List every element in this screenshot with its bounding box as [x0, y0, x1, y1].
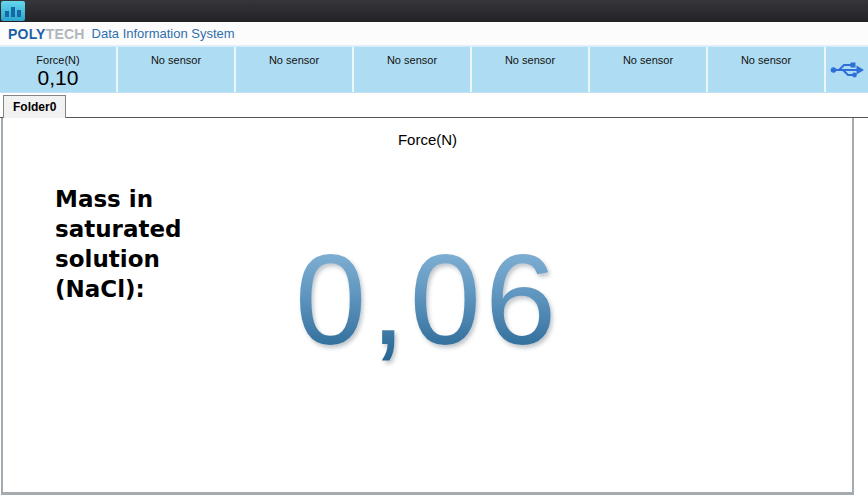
sensor-channel-6[interactable]: No sensor: [590, 47, 708, 92]
app-logo-button[interactable]: [1, 1, 25, 21]
sensor-channel-value: 0,10: [0, 66, 116, 90]
sensor-channel-label: No sensor: [472, 54, 588, 66]
sensor-channel-4[interactable]: No sensor: [354, 47, 472, 92]
sensor-channel-7[interactable]: No sensor: [708, 47, 826, 92]
brand-logo: POLYTECH: [8, 26, 85, 42]
sensor-channel-label: No sensor: [354, 54, 470, 66]
brand-primary-text: POLY: [8, 26, 46, 42]
sensor-channel-label: Force(N): [0, 54, 116, 66]
display-panel: Force(N) Mass in saturated solution (NaC…: [1, 118, 854, 495]
sensor-channel-label: No sensor: [118, 54, 234, 66]
sensor-channel-5[interactable]: No sensor: [472, 47, 590, 92]
sensor-channel-label: No sensor: [236, 54, 352, 66]
bar-chart-icon: [4, 4, 22, 18]
brand-secondary-text: TECH: [46, 26, 85, 42]
sensor-channel-2[interactable]: No sensor: [118, 47, 236, 92]
sensor-reading-value: 0,06: [3, 230, 852, 371]
display-title: Force(N): [3, 131, 852, 148]
tab-bar: Folder0: [0, 93, 868, 117]
app-header: POLYTECH Data Information System: [0, 22, 868, 46]
usb-icon: [830, 59, 864, 81]
usb-status-button[interactable]: [826, 47, 868, 92]
sensor-channel-label: No sensor: [590, 54, 706, 66]
tab-folder0[interactable]: Folder0: [3, 95, 66, 118]
window-titlebar: [0, 0, 868, 22]
sensor-channel-label: No sensor: [708, 54, 824, 66]
sensor-strip: Force(N) 0,10 No sensor No sensor No sen…: [0, 46, 868, 93]
sensor-channel-1[interactable]: Force(N) 0,10: [0, 47, 118, 92]
tab-label: Folder0: [13, 100, 56, 114]
app-subtitle: Data Information System: [92, 26, 235, 41]
sensor-channel-3[interactable]: No sensor: [236, 47, 354, 92]
app-window: POLYTECH Data Information System Force(N…: [0, 0, 868, 503]
